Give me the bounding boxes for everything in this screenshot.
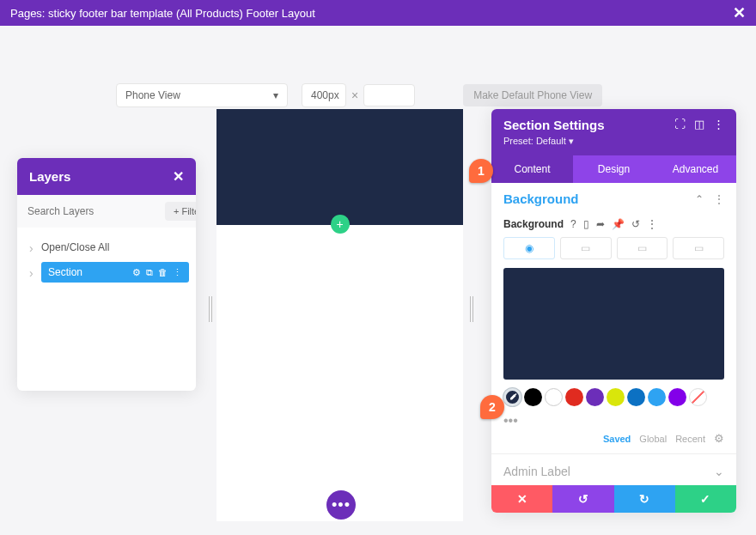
layers-panel: Layers ✕ +Filter Open/Close All Section … — [17, 158, 196, 391]
bg-type-video[interactable]: ▭ — [673, 237, 724, 259]
preset-dropdown[interactable]: Preset: Default ▾ — [503, 136, 605, 147]
search-input[interactable] — [24, 202, 160, 221]
close-width-icon[interactable]: × — [351, 88, 358, 102]
redo-button[interactable]: ↻ — [614, 485, 675, 513]
save-button[interactable]: ✓ — [675, 485, 736, 513]
chevron-up-icon[interactable]: ⌃ — [695, 193, 704, 205]
cancel-button[interactable]: ✕ — [491, 485, 552, 513]
pin-icon[interactable]: 📌 — [612, 218, 625, 230]
hover-icon[interactable]: ➦ — [596, 218, 605, 230]
settings-header: Section Settings Preset: Default ▾ ⛶ ◫ ⋮ — [491, 109, 736, 155]
background-type-tabs: ◉ ▭ ▭ ▭ — [491, 237, 736, 268]
gear-icon[interactable]: ⚙ — [132, 267, 141, 278]
eyedropper-button[interactable] — [503, 388, 521, 406]
device-select-label: Phone View — [125, 89, 180, 101]
duplicate-icon[interactable]: ⧉ — [146, 267, 153, 278]
tab-advanced[interactable]: Advanced — [655, 155, 736, 183]
width-group: 400px × — [302, 83, 415, 107]
more-swatches-button[interactable]: ••• — [491, 411, 736, 429]
height-input[interactable] — [363, 84, 415, 106]
tablet-icon[interactable]: ▯ — [583, 218, 589, 230]
layer-item-section[interactable]: Section ⚙ ⧉ 🗑 ⋮ — [41, 262, 189, 283]
color-swatch-red[interactable] — [565, 388, 583, 406]
chevron-down-icon: ⌄ — [714, 465, 724, 478]
layer-item-label: Section — [48, 266, 82, 278]
close-icon[interactable]: ✕ — [173, 168, 184, 185]
color-swatch-blue[interactable] — [648, 388, 666, 406]
add-section-button[interactable]: + — [331, 215, 350, 234]
help-icon[interactable]: ? — [570, 218, 576, 230]
more-icon[interactable]: ⋮ — [713, 118, 724, 131]
settings-panel: Section Settings Preset: Default ▾ ⛶ ◫ ⋮… — [491, 109, 736, 513]
layers-title: Layers — [29, 169, 70, 184]
background-label: Background — [503, 218, 564, 230]
settings-tabs: Content Design Advanced — [491, 155, 736, 183]
color-swatch-white[interactable] — [545, 388, 563, 406]
more-icon[interactable]: ⋮ — [173, 267, 182, 278]
background-preview[interactable] — [503, 268, 724, 380]
top-bar: Pages: sticky footer bar template (All P… — [0, 0, 756, 26]
resize-handle-left[interactable] — [209, 296, 212, 322]
color-swatch-yellow[interactable] — [607, 388, 625, 406]
select-caret-icon: ▾ — [273, 89, 278, 101]
width-input[interactable]: 400px — [302, 83, 346, 107]
settings-title: Section Settings — [503, 118, 605, 132]
tab-design[interactable]: Design — [573, 155, 655, 183]
annotation-step-2: 2 — [480, 395, 504, 419]
resize-handle-right[interactable] — [470, 296, 473, 322]
background-option-row: Background ? ▯ ➦ 📌 ↺ ⋮ — [491, 213, 736, 237]
admin-label-text: Admin Label — [503, 465, 570, 478]
fab-menu-button[interactable]: ••• — [326, 490, 356, 520]
plus-icon: + — [174, 206, 179, 216]
layer-item-actions: ⚙ ⧉ 🗑 ⋮ — [132, 267, 182, 278]
close-icon[interactable]: ✕ — [733, 3, 746, 22]
color-swatch-darkblue[interactable] — [627, 388, 645, 406]
reset-icon[interactable]: ↺ — [631, 218, 640, 230]
filter-global[interactable]: Global — [639, 434, 667, 444]
annotation-step-1: 1 — [469, 159, 493, 183]
color-swatch-violet[interactable] — [668, 388, 686, 406]
bg-type-image[interactable]: ▭ — [617, 237, 668, 259]
color-swatch-transparent[interactable] — [689, 388, 707, 406]
color-swatch-row — [491, 388, 736, 411]
layers-body: Open/Close All Section ⚙ ⧉ 🗑 ⋮ — [17, 228, 196, 391]
device-select[interactable]: Phone View ▾ — [116, 83, 288, 107]
make-default-button[interactable]: Make Default Phone View — [463, 84, 602, 106]
action-bar: ✕ ↺ ↻ ✓ — [491, 485, 736, 513]
background-accordion-header[interactable]: Background ⌃ ⋮ — [491, 183, 736, 213]
bg-type-color[interactable]: ◉ — [503, 237, 555, 259]
eyedropper-icon — [508, 392, 518, 403]
admin-label-accordion[interactable]: Admin Label ⌄ — [491, 453, 736, 485]
canvas-section[interactable]: + — [216, 109, 463, 225]
tab-content[interactable]: Content — [491, 155, 573, 183]
layers-header: Layers ✕ — [17, 158, 196, 195]
filter-recent[interactable]: Recent — [675, 434, 705, 444]
target-icon[interactable]: ⛶ — [674, 118, 686, 131]
settings-header-tools: ⛶ ◫ ⋮ — [674, 118, 724, 131]
page-title: Pages: sticky footer bar template (All P… — [10, 7, 315, 20]
layers-search-row: +Filter — [17, 195, 196, 228]
bg-type-gradient[interactable]: ▭ — [560, 237, 612, 259]
color-swatch-purple[interactable] — [586, 388, 604, 406]
trash-icon[interactable]: 🗑 — [158, 267, 168, 277]
filter-saved[interactable]: Saved — [603, 434, 631, 444]
filter-button[interactable]: +Filter — [165, 202, 196, 221]
open-close-all[interactable]: Open/Close All — [17, 236, 196, 262]
swatch-filters: Saved Global Recent ⚙ — [491, 429, 736, 453]
more-icon[interactable]: ⋮ — [714, 193, 724, 205]
canvas[interactable]: + — [216, 109, 463, 521]
gear-icon[interactable]: ⚙ — [714, 432, 724, 445]
panel-icon[interactable]: ◫ — [694, 118, 704, 131]
undo-button[interactable]: ↺ — [552, 485, 613, 513]
background-heading: Background — [503, 192, 579, 206]
color-swatch-black[interactable] — [524, 388, 542, 406]
more-icon[interactable]: ⋮ — [647, 218, 657, 230]
